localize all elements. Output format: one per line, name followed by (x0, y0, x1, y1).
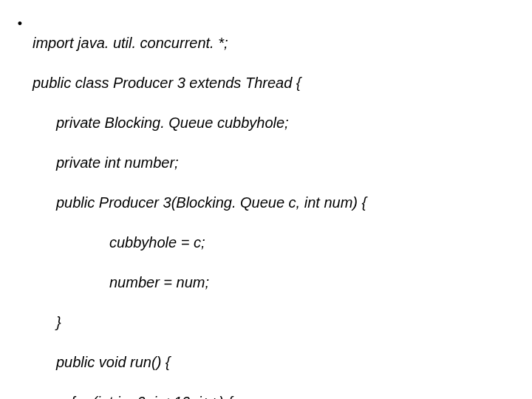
slide-content: • import java. util. concurrent. *; publ… (0, 0, 532, 399)
bullet-glyph: • (7, 13, 33, 33)
code-line: for (int i = 0; i < 10; i++) { (33, 392, 525, 399)
code-line: number = num; (33, 273, 525, 293)
code-line: } (33, 313, 525, 332)
bullet-item: • import java. util. concurrent. *; publ… (7, 13, 525, 399)
code-line: cubbyhole = c; (33, 233, 525, 253)
code-block: import java. util. concurrent. *; public… (33, 13, 525, 399)
code-line: public void run() { (33, 352, 525, 372)
code-line: private Blocking. Queue cubbyhole; (33, 113, 525, 133)
code-line: public Producer 3(Blocking. Queue c, int… (33, 193, 525, 213)
code-line: private int number; (33, 153, 525, 173)
code-line: public class Producer 3 extends Thread { (33, 73, 525, 93)
code-line: import java. util. concurrent. *; (33, 33, 525, 53)
